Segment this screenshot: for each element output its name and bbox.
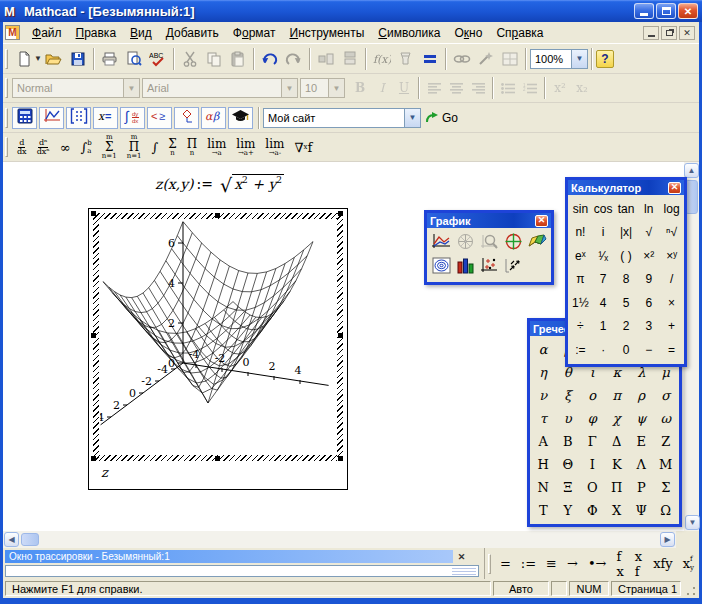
resize-grip[interactable] (685, 585, 697, 597)
greek-key-ψ[interactable]: ψ (629, 407, 654, 430)
calculus-op-10[interactable]: lim→a+ (236, 138, 255, 157)
style-combo[interactable]: Normal ▼ (12, 78, 140, 98)
calc-key-6[interactable]: 6 (637, 291, 660, 315)
calc-key-√[interactable]: √ (637, 221, 660, 245)
greek-key-Ν[interactable]: Ν (531, 476, 556, 499)
evaluation-op-1[interactable]: := (521, 556, 536, 571)
calc-key-i[interactable]: i (592, 221, 615, 245)
calc-key-tan[interactable]: tan (615, 197, 638, 221)
calc-key-ⁿ√[interactable]: ⁿ√ (660, 221, 683, 245)
superscript-button[interactable]: x² (549, 77, 571, 99)
calc-key-×[interactable]: × (660, 291, 683, 315)
italic-button[interactable]: I (371, 77, 393, 99)
print-button[interactable] (98, 47, 122, 71)
maximize-button[interactable] (656, 3, 676, 19)
greek-key-υ[interactable]: υ (556, 407, 581, 430)
calculus-op-2[interactable]: ∞ (60, 140, 71, 155)
programming-palette-button[interactable] (174, 107, 199, 129)
calc-key-|x|[interactable]: |x| (615, 221, 638, 245)
greek-key-Δ[interactable]: Δ (605, 430, 630, 453)
chevron-down-icon[interactable]: ▼ (123, 79, 139, 97)
calc-key-·[interactable]: · (592, 338, 615, 362)
selection-handle[interactable] (338, 211, 343, 216)
calc-key-π[interactable]: π (569, 268, 592, 292)
close-button[interactable]: ✕ (678, 3, 698, 19)
greek-key-ν[interactable]: ν (531, 384, 556, 407)
greek-key-Π[interactable]: Π (605, 476, 630, 499)
calculus-palette-button[interactable]: ∫dydx (120, 107, 145, 129)
polar-plot-button[interactable] (453, 231, 477, 255)
calculus-op-6[interactable]: ∫ (152, 140, 159, 155)
plot-caption[interactable]: z (101, 465, 108, 480)
underline-button[interactable]: U (393, 77, 415, 99)
menu-item-файл[interactable]: Файл (25, 24, 69, 42)
greek-palette-button[interactable]: αβ (201, 107, 226, 129)
evaluation-op-4[interactable]: •→ (588, 556, 607, 571)
insert-function-button[interactable]: f(x) (370, 47, 394, 71)
menu-item-инструменты[interactable]: Инструменты (283, 24, 372, 42)
zoom-plot-button[interactable] (477, 231, 501, 255)
toolbar-grip[interactable] (5, 137, 8, 157)
go-button[interactable]: Go (421, 111, 462, 125)
chevron-down-icon[interactable]: ▼ (281, 79, 297, 97)
greek-key-Ο[interactable]: Ο (580, 476, 605, 499)
calc-key-3[interactable]: 3 (637, 315, 660, 339)
graph-palette-button[interactable] (39, 107, 64, 129)
toolbar-grip[interactable] (488, 554, 491, 574)
chevron-down-icon[interactable]: ▼ (328, 79, 344, 97)
calculus-op-7[interactable]: Σn (168, 138, 176, 157)
greek-key-Υ[interactable]: Υ (556, 499, 581, 522)
graph-palette-titlebar[interactable]: График ✕ (427, 213, 551, 228)
greek-key-Λ[interactable]: Λ (629, 453, 654, 476)
minimize-button[interactable] (634, 3, 654, 19)
greek-key-σ[interactable]: σ (654, 384, 679, 407)
greek-key-τ[interactable]: τ (531, 407, 556, 430)
menu-item-символика[interactable]: Символика (371, 24, 447, 42)
calculate-button[interactable] (418, 47, 442, 71)
greek-key-Σ[interactable]: Σ (654, 476, 679, 499)
child-restore-button[interactable] (661, 26, 677, 40)
calc-key-×²[interactable]: ×² (637, 244, 660, 268)
child-close-button[interactable]: ✕ (679, 26, 695, 40)
calc-key-:=[interactable]: := (569, 338, 592, 362)
calc-key-9[interactable]: 9 (637, 268, 660, 292)
evaluation-op-7[interactable]: xfy (653, 556, 673, 571)
calculator-palette-button[interactable] (12, 107, 37, 129)
trace-window-titlebar[interactable]: Окно трассировки - Безымянный:1 (5, 550, 453, 563)
toolbar-grip[interactable] (5, 49, 8, 69)
calc-key-/[interactable]: / (660, 268, 683, 292)
calculus-op-1[interactable]: dⁿdxⁿ (37, 139, 50, 156)
horizontal-scrollbar[interactable]: ◀ ▶ (3, 531, 676, 548)
site-combo[interactable]: Мой сайт ▼ (263, 108, 421, 128)
greek-key-Η[interactable]: Η (531, 453, 556, 476)
greek-key-ρ[interactable]: ρ (629, 384, 654, 407)
calculus-op-11[interactable]: lim→a- (265, 138, 284, 157)
evaluation-op-6[interactable]: x f (635, 549, 643, 579)
greek-key-ο[interactable]: ο (580, 384, 605, 407)
cut-button[interactable] (178, 47, 202, 71)
greek-key-Ψ[interactable]: Ψ (629, 499, 654, 522)
close-icon[interactable]: ✕ (668, 182, 681, 194)
close-icon[interactable]: ✕ (455, 550, 468, 563)
evaluation-op-8[interactable]: xfy (683, 555, 694, 572)
greek-key-Φ[interactable]: Φ (580, 499, 605, 522)
paste-button[interactable] (226, 47, 250, 71)
plot-region[interactable]: 0246-4-2024-4-2024 z (88, 208, 348, 490)
boolean-palette-button[interactable]: <≥ (147, 107, 172, 129)
contour-plot-button[interactable] (429, 255, 453, 279)
align-center-button[interactable] (445, 77, 467, 99)
surface-plot[interactable]: 0246-4-2024-4-2024 (100, 220, 338, 450)
scroll-left-icon[interactable]: ◀ (4, 532, 19, 547)
xy-plot-button[interactable] (429, 231, 453, 255)
menu-item-правка[interactable]: Правка (69, 24, 124, 42)
calculus-op-0[interactable]: ddx (17, 139, 27, 156)
greek-key-Α[interactable]: Α (531, 430, 556, 453)
evaluation-op-0[interactable]: = (500, 556, 511, 571)
greek-key-α[interactable]: α (531, 338, 556, 361)
calculus-op-3[interactable]: ∫ba (81, 139, 92, 156)
evaluation-palette-button[interactable]: x= (93, 107, 118, 129)
numbering-button[interactable]: 12 (519, 77, 541, 99)
selection-handle[interactable] (338, 333, 343, 338)
calc-key-sin[interactable]: sin (569, 197, 592, 221)
trace-window-body[interactable] (5, 565, 479, 577)
